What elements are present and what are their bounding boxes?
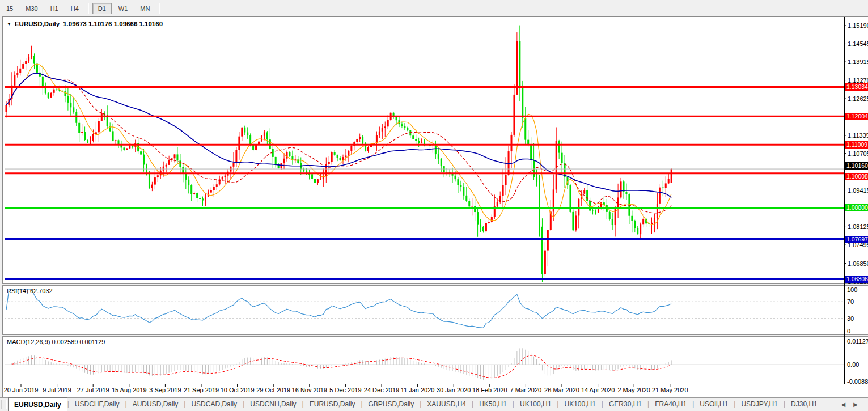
price-axis-tick: 1.11335 (848, 133, 868, 139)
rsi-line (6, 289, 671, 328)
moving-average (6, 73, 671, 197)
chart-symbol-label: EURUSD,Daily (15, 20, 60, 27)
date-axis-label: 7 Mar 2020 (510, 387, 542, 393)
macd-axis-label: 0.00 (847, 362, 859, 368)
date-axis-label: 9 Jul 2019 (43, 387, 71, 393)
chart-dropdown-icon[interactable]: ▼ (7, 22, 11, 27)
tab-eurusd-daily[interactable]: EURUSD,Daily (304, 398, 361, 411)
symbol-tab-bar: EURUSD,Daily|USDCHF,Daily|AUDUSD,Daily|U… (0, 397, 868, 411)
tabs-scroll-right-icon[interactable]: ▶ (853, 401, 858, 408)
date-axis-label: 27 Jul 2019 (77, 387, 109, 393)
ma-line-21 (6, 73, 671, 213)
chart-ohlc-values: 1.09673 1.10176 1.09666 1.10160 (63, 20, 163, 27)
price-badge: 1.06306 (845, 276, 868, 283)
date-axis-label: 26 Mar 2020 (544, 387, 579, 393)
tab-usdchf-daily[interactable]: USDCHF,Daily (69, 398, 125, 411)
rsi-axis-label: 70 (847, 299, 854, 305)
ma-line-55 (6, 73, 671, 197)
price-badge: 1.12004 (845, 113, 868, 120)
price-axis-tick: 1.06850 (848, 261, 868, 267)
macd-label: MACD(12,26,9) 0.002589 0.001129 (7, 338, 105, 345)
tabs-scroll-left-icon[interactable]: ◀ (841, 401, 846, 408)
date-axis-label: 30 Jan 2020 (437, 387, 471, 393)
tab-uk100-h1[interactable]: UK100,H1 (558, 398, 601, 411)
tab-usdjpy-h1[interactable]: USDJPY,H1 (735, 398, 783, 411)
date-axis-label: 18 Feb 2020 (472, 387, 507, 393)
price-badge: 1.10160 (845, 162, 868, 170)
macd-axis-label: 0.011277 (847, 338, 868, 345)
date-axis-label: 15 Aug 2019 (112, 387, 147, 393)
panel-frame (2, 17, 868, 384)
price-axis-tick: 1.15190 (848, 23, 868, 29)
chart-canvas (0, 0, 868, 411)
tab-dj30-h1[interactable]: DJ30,H1 (785, 398, 823, 411)
macd-panel (5, 348, 844, 380)
tab-uk100-h1[interactable]: UK100,H1 (514, 398, 557, 411)
candlestick-series (6, 26, 672, 282)
rsi-axis-label: 30 (847, 316, 854, 322)
tab-xauusd-h4[interactable]: XAUUSD,H4 (421, 398, 472, 411)
rsi-label: RSI(14) 62.7032 (7, 287, 53, 294)
price-badge: 1.08800 (845, 204, 868, 211)
chart-title: ▼ EURUSD,Daily 1.09673 1.10176 1.09666 1… (7, 20, 163, 27)
tab-ger30-h1[interactable]: GER30,H1 (603, 398, 647, 411)
date-axis-label: 16 Nov 2019 (292, 387, 327, 393)
date-axis-label: 2 May 2020 (617, 387, 650, 393)
tab-audusd-daily[interactable]: AUDUSD,Daily (127, 398, 184, 411)
moving-average (6, 73, 671, 213)
horizontal-lines[interactable] (5, 87, 844, 278)
date-axis-label: 3 Sep 2019 (149, 387, 181, 393)
price-axis-tick: 1.08125 (848, 224, 868, 230)
price-badge: 1.11009 (845, 141, 868, 149)
axis-ticks (21, 26, 846, 387)
price-badge: 1.10008 (845, 173, 868, 180)
tab-usoil-h1[interactable]: USOil,H1 (694, 398, 734, 411)
date-axis-label: 11 Jan 2020 (401, 387, 435, 393)
price-axis-tick: 1.12625 (848, 96, 868, 102)
tab-usdcnh-daily[interactable]: USDCNH,Daily (244, 398, 302, 411)
date-axis-label: 10 Oct 2019 (221, 387, 255, 393)
price-axis-tick: 1.14545 (848, 41, 868, 47)
price-badge: 1.13034 (845, 83, 868, 91)
date-axis-label: 20 Jun 2019 (4, 387, 39, 393)
tab-gbpusd-daily[interactable]: GBPUSD,Daily (363, 398, 420, 411)
price-badge: 1.07697 (845, 236, 868, 243)
price-axis-tick: 1.13270 (848, 78, 868, 84)
tabbar-grip (1, 400, 7, 409)
date-axis-label: 24 Dec 2019 (364, 387, 399, 393)
price-axis-tick: 1.09415 (848, 188, 868, 194)
price-axis-tick: 1.13915 (848, 59, 868, 65)
rsi-panel (5, 289, 844, 328)
tab-usdcad-daily[interactable]: USDCAD,Daily (185, 398, 243, 411)
tab-fra40-h1[interactable]: FRA40,H1 (649, 398, 692, 411)
tab-hk50-h1[interactable]: HK50,H1 (473, 398, 513, 411)
date-axis-label: 21 Sep 2019 (184, 387, 219, 393)
price-axis-tick: 1.10705 (848, 151, 868, 157)
date-axis-label: 21 May 2020 (652, 387, 688, 393)
tab-eurusd-daily[interactable]: EURUSD,Daily (8, 397, 67, 411)
date-axis-label: 5 Dec 2019 (329, 387, 361, 393)
rsi-axis-label: 0 (847, 328, 850, 334)
macd-signal-line (12, 355, 671, 378)
date-axis-label: 29 Oct 2019 (256, 387, 290, 393)
date-axis-label: 14 Apr 2020 (581, 387, 615, 393)
macd-axis-label: -0.008845 (847, 379, 868, 385)
rsi-axis-label: 100 (847, 287, 857, 293)
